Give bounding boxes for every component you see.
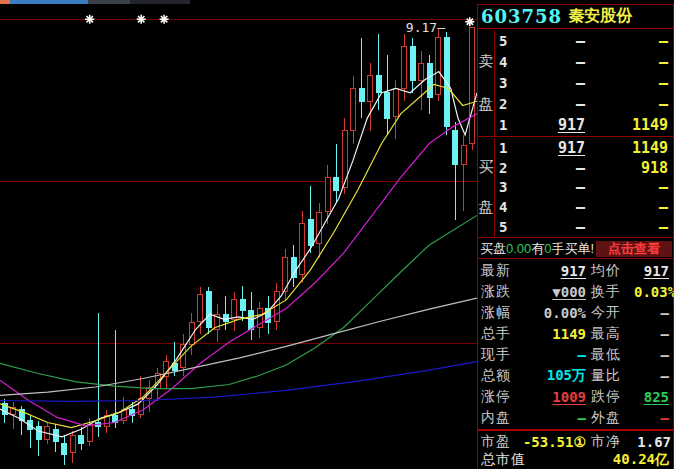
alert-bar: 买盘0.00有0手买单! 点击查看 <box>478 239 673 259</box>
view-button[interactable]: 点击查看 <box>596 241 672 257</box>
price-peak-label: 9.17— <box>406 20 445 35</box>
ma-line-ma20 <box>0 114 477 426</box>
stat-label: 今开 <box>588 304 634 322</box>
ask-level-row[interactable]: 3–– <box>495 72 673 93</box>
candle-up <box>470 28 475 144</box>
level-price[interactable]: – <box>511 178 585 196</box>
kline-chart[interactable]: 9.17— <box>0 4 477 469</box>
stat-label: 涨幅 <box>478 304 520 322</box>
candle-down <box>359 89 364 102</box>
candle-down <box>385 93 390 118</box>
candle-down <box>206 292 211 328</box>
candle-down <box>36 427 41 440</box>
stat-value: – <box>634 347 673 363</box>
stat-value: – <box>520 410 588 426</box>
stat-label: 总额 <box>478 367 520 385</box>
ma-line-ma30 <box>0 215 477 388</box>
stat-row: 涨停1009跌停825 <box>478 387 673 408</box>
level-volume: – <box>585 178 673 196</box>
stat-value: – <box>634 410 673 426</box>
stat-label: 总手 <box>478 325 520 343</box>
stat-label: 跌停 <box>588 388 634 406</box>
stat-value: 825 <box>634 389 673 405</box>
stat-value: 0.03% <box>634 284 674 300</box>
candle-down <box>376 76 381 93</box>
ask-level-row[interactable]: 19171149 <box>495 115 673 136</box>
level-price[interactable]: – <box>511 95 585 113</box>
stat-value: 105万 <box>520 367 588 385</box>
stat-value: – <box>634 368 673 384</box>
level-volume: 918 <box>585 159 673 177</box>
stat-row-pe: 市盈 -53.51① 市净 1.67 <box>478 432 673 451</box>
ask-level-row[interactable]: 4–– <box>495 51 673 72</box>
alert-segment: 手买单! <box>552 241 595 256</box>
candle-up <box>393 89 398 117</box>
bid-book: 买盘 191711492–9183––4––5–– <box>478 138 673 238</box>
level-price[interactable]: – <box>511 32 585 50</box>
bid-level-row[interactable]: 19171149 <box>495 138 673 158</box>
alert-segment: 买盘 <box>480 241 506 256</box>
level-number: 4 <box>495 199 511 215</box>
ask-levels: 5––4––3––2––19171149 <box>495 30 673 136</box>
candle-up <box>402 46 407 88</box>
stats-separator <box>478 429 673 431</box>
stat-row: 总额105万量比– <box>478 366 673 387</box>
stat-label: 最新 <box>478 262 520 280</box>
stat-value: 1009 <box>520 389 588 405</box>
candle-down <box>240 300 245 311</box>
stat-label: 内盘 <box>478 409 520 427</box>
level-number: 2 <box>495 96 511 112</box>
bid-level-row[interactable]: 2–918 <box>495 158 673 178</box>
level-price[interactable]: 917 <box>511 139 585 157</box>
sell-panel-label: 卖盘 <box>478 30 495 136</box>
pe-value: -53.51① <box>520 434 588 450</box>
stat-value: 1149 <box>520 326 588 342</box>
pb-label: 市净 <box>588 433 634 451</box>
stat-row: 现手–最低– <box>478 345 673 366</box>
market-cap-value: 40.24亿 <box>613 451 673 469</box>
level-number: 3 <box>495 179 511 195</box>
level-number: 1 <box>495 140 511 156</box>
level-price[interactable]: – <box>511 198 585 216</box>
ask-level-row[interactable]: 2–– <box>495 94 673 115</box>
pb-value: 1.67 <box>634 434 673 450</box>
level-number: 5 <box>495 33 511 49</box>
level-volume: – <box>585 198 673 216</box>
candle-up <box>419 63 424 80</box>
candle-up <box>325 177 330 211</box>
ask-level-row[interactable]: 5–– <box>495 30 673 51</box>
stock-code: 603758 <box>481 6 562 27</box>
candle-down <box>223 314 228 321</box>
stat-label: 最低 <box>588 346 634 364</box>
level-price[interactable]: – <box>511 53 585 71</box>
candle-up <box>198 294 203 321</box>
level-volume: – <box>585 95 673 113</box>
candle-up <box>368 76 373 101</box>
market-cap-label: 总市值 <box>478 451 526 469</box>
bid-level-row[interactable]: 3–– <box>495 178 673 198</box>
level-volume: 1149 <box>585 116 673 134</box>
stat-value: 917 <box>520 263 588 279</box>
level-price[interactable]: – <box>511 74 585 92</box>
candle-up <box>351 89 356 131</box>
bid-level-row[interactable]: 4–– <box>495 197 673 217</box>
bid-level-row[interactable]: 5–– <box>495 217 673 237</box>
level-price[interactable]: – <box>511 159 585 177</box>
candle-down <box>308 220 313 245</box>
stat-value: 0.00% <box>520 305 588 321</box>
stat-label: 均价 <box>588 262 634 280</box>
level-volume: 1149 <box>585 139 673 157</box>
level-number: 3 <box>495 75 511 91</box>
stat-value: – <box>634 326 673 342</box>
stat-value: ▼000 <box>520 284 588 300</box>
quote-panel: 603758 秦安股份 卖盘 5––4––3––2––19171149 买盘 1… <box>477 4 674 469</box>
stat-value: – <box>634 305 673 321</box>
market-cap-row: 总市值 40.24亿 <box>478 451 673 469</box>
stat-row: 涨跌▼000换手0.03% <box>478 281 673 302</box>
stat-label: 最高 <box>588 325 634 343</box>
level-price[interactable]: 917 <box>511 116 585 134</box>
stat-label: 涨跌 <box>478 283 520 301</box>
level-price[interactable]: – <box>511 218 585 236</box>
candle-down <box>410 46 415 80</box>
alert-segment: 0 <box>544 241 551 256</box>
